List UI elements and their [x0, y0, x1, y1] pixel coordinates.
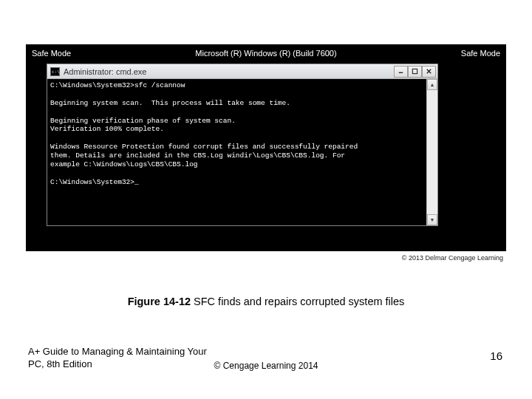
figure-caption: Figure 14-12 SFC finds and repairs corru…	[0, 296, 532, 307]
console-output[interactable]: C:\Windows\System32>sfc /scannow Beginni…	[47, 79, 437, 225]
desktop-watermark: Safe Mode Microsoft (R) Windows (R) (Bui…	[26, 49, 506, 58]
maximize-button[interactable]	[408, 66, 422, 78]
cmd-icon	[50, 67, 60, 76]
prompt: C:\Windows\System32>	[50, 178, 134, 186]
minimize-button[interactable]	[394, 66, 408, 78]
window-title: Administrator: cmd.exe	[64, 67, 394, 76]
safemode-right: Safe Mode	[461, 49, 500, 58]
output-line: Windows Resource Protection found corrup…	[50, 143, 358, 151]
close-button[interactable]	[422, 66, 436, 78]
command-text: sfc /scannow	[134, 81, 185, 89]
windows-build-label: Microsoft (R) Windows (R) (Build 7600)	[195, 49, 336, 58]
scroll-down-button[interactable]: ▼	[427, 214, 437, 225]
screenshot-region: Safe Mode Microsoft (R) Windows (R) (Bui…	[26, 44, 506, 251]
cmd-window[interactable]: Administrator: cmd.exe C:\Windows\System…	[47, 64, 438, 226]
output-line: them. Details are included in the CBS.Lo…	[50, 151, 345, 160]
copyright-text: © Cengage Learning 2014	[214, 361, 318, 371]
scrollbar[interactable]: ▲ ▼	[426, 79, 437, 225]
image-credit: © 2013 Delmar Cengage Learning	[402, 254, 503, 262]
safemode-left: Safe Mode	[32, 49, 71, 58]
page-number: 16	[490, 349, 502, 362]
svg-rect-1	[412, 69, 417, 73]
output-line: Beginning verification phase of system s…	[50, 117, 236, 125]
figure-text: SFC finds and repairs corrupted system f…	[191, 296, 404, 307]
cursor: _	[134, 178, 139, 187]
output-line: Beginning system scan. This process will…	[50, 99, 290, 107]
window-controls	[394, 66, 436, 78]
prompt: C:\Windows\System32>	[50, 81, 134, 89]
book-title: A+ Guide to Managing & Maintaining Your …	[28, 346, 220, 371]
scroll-up-button[interactable]: ▲	[427, 79, 437, 90]
output-line: Verification 100% complete.	[50, 125, 164, 133]
titlebar[interactable]: Administrator: cmd.exe	[47, 64, 437, 79]
output-line: example C:\Windows\Logs\CBS\CBS.log	[50, 160, 198, 168]
scroll-track[interactable]	[427, 90, 437, 214]
figure-number: Figure 14-12	[128, 296, 191, 307]
